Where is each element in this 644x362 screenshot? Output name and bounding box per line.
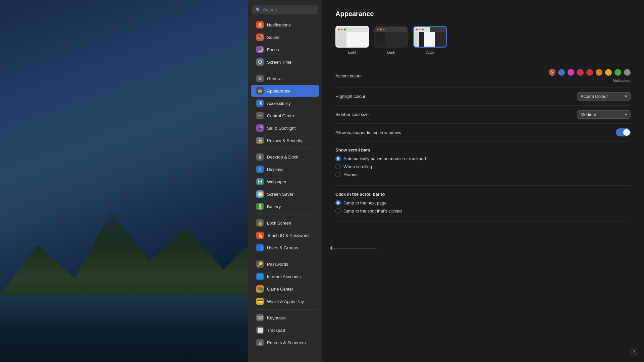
sidebar-item-battery[interactable]: 🔋 Battery	[251, 200, 319, 213]
appearance-preview-light	[335, 26, 369, 48]
toggle-knob	[623, 129, 630, 136]
sidebar-item-label: Internet Accounts	[267, 274, 301, 279]
sidebar-item-printers-scanners[interactable]: 🖨 Printers & Scanners	[251, 337, 319, 349]
sidebar-item-label: Game Center	[267, 287, 293, 292]
accent-blue[interactable]	[558, 69, 565, 76]
search-input[interactable]	[263, 7, 315, 12]
accent-colour-label: Accent colour	[335, 73, 362, 78]
sidebar-item-touch-id[interactable]: 👆 Touch ID & Password	[251, 229, 319, 241]
sidebar-item-screen-saver[interactable]: 🌅 Screen Saver	[251, 188, 319, 200]
sidebar-item-screen-time[interactable]: ⏱ Screen Time	[251, 56, 319, 68]
preview-dot-red	[338, 28, 340, 31]
sidebar-item-internet-accounts[interactable]: 🌐 Internet Accounts	[251, 270, 319, 283]
sidebar-item-displays[interactable]: 🖥 Displays	[251, 163, 319, 175]
sidebar-item-siri-spotlight[interactable]: 🎤 Siri & Spotlight	[251, 122, 319, 134]
sidebar-group-2: ⚙ General ◎ Appearance ♿ Accessibility ☰…	[248, 72, 322, 146]
sidebar-item-privacy-security[interactable]: 🔒 Privacy & Security	[251, 134, 319, 146]
sidebar-item-label: Focus	[267, 47, 279, 52]
sidebar-item-label: Screen Saver	[267, 192, 293, 197]
sidebar-item-label: Privacy & Security	[267, 138, 302, 143]
sidebar-item-wallet-apple-pay[interactable]: 💳 Wallet & Apple Pay	[251, 295, 319, 307]
click-spot-clicked-option[interactable]: Jump to the spot that's clicked	[335, 208, 402, 214]
sidebar-item-users-groups[interactable]: 👥 Users & Groups	[251, 242, 319, 254]
sidebar-item-label: Sound	[267, 35, 280, 40]
scroll-auto-option[interactable]: Automatically based on mouse or trackpad	[335, 156, 426, 161]
scroll-auto-label: Automatically based on mouse or trackpad	[343, 156, 426, 161]
accent-pink[interactable]	[577, 69, 584, 76]
help-icon: ?	[632, 349, 635, 354]
accent-colours-list: ✕	[549, 69, 631, 76]
accent-purple[interactable]	[568, 69, 574, 76]
passwords-icon: 🔑	[256, 260, 264, 268]
accent-orange[interactable]	[596, 69, 602, 76]
click-spot-clicked-radio[interactable]	[335, 208, 341, 214]
accent-yellow[interactable]	[605, 69, 612, 76]
page-title: Appearance	[335, 10, 631, 18]
sidebar-item-general[interactable]: ⚙ General	[251, 72, 319, 84]
sidebar-item-trackpad[interactable]: ⬜ Trackpad	[251, 324, 319, 336]
scroll-always-radio[interactable]	[335, 172, 341, 177]
sidebar-item-sound[interactable]: 🔊 Sound	[251, 31, 319, 43]
appearance-label-auto: Auto	[426, 50, 434, 54]
sidebar-item-passwords[interactable]: 🔑 Passwords	[251, 258, 319, 270]
click-next-page-option[interactable]: Jump to the next page	[335, 200, 402, 205]
sidebar-item-label: Battery	[267, 204, 281, 209]
sidebar-item-focus[interactable]: 🌙 Focus	[251, 44, 319, 56]
printers-icon: 🖨	[256, 339, 264, 346]
sidebar-item-appearance[interactable]: ◎ Appearance	[251, 85, 319, 97]
sidebar-group-1: 🔔 Notifications 🔊 Sound 🌙 Focus ⏱ Screen…	[248, 19, 322, 68]
accent-green[interactable]	[614, 69, 621, 76]
focus-icon: 🌙	[256, 46, 264, 53]
lock-screen-icon: 🔒	[256, 219, 264, 227]
wallpaper-tinting-toggle[interactable]	[616, 128, 631, 136]
wallpaper-tinting-label: Allow wallpaper tinting in windows	[335, 130, 401, 135]
keyboard-icon: ⌨	[256, 314, 264, 321]
sidebar-item-lock-screen[interactable]: 🔒 Lock Screen	[251, 217, 319, 229]
accent-red[interactable]	[586, 69, 593, 76]
sidebar-divider-2	[254, 148, 317, 149]
help-button[interactable]: ?	[630, 348, 637, 355]
highlight-colour-control[interactable]: Accent Colour	[577, 92, 631, 101]
scroll-scrolling-option[interactable]: When scrolling	[335, 164, 426, 169]
sidebar-icon-size-control[interactable]: Medium Small Large	[577, 110, 631, 119]
click-next-page-radio[interactable]	[335, 200, 341, 205]
privacy-icon: 🔒	[256, 137, 264, 144]
wallpaper-tinting-control[interactable]	[616, 128, 631, 136]
desktop-dock-icon: 🖥	[256, 153, 264, 161]
sidebar-icon-size-select[interactable]: Medium Small Large	[577, 110, 631, 119]
sidebar-item-label: Siri & Spotlight	[267, 126, 296, 131]
accent-graphite[interactable]	[624, 69, 631, 76]
sidebar-item-label: Passwords	[267, 262, 288, 267]
show-scroll-bars-label: Show scroll bars	[335, 146, 370, 153]
preview-dot-green	[344, 28, 346, 31]
sidebar-item-accessibility[interactable]: ♿ Accessibility	[251, 97, 319, 109]
search-bar[interactable]: 🔍	[252, 5, 318, 14]
sidebar-item-label: Printers & Scanners	[267, 340, 306, 345]
accent-colour-control: ✕ Multicolour	[549, 69, 631, 82]
appearance-option-auto[interactable]: Auto	[413, 26, 447, 54]
appearance-option-light[interactable]: Light	[335, 26, 369, 54]
sidebar-item-label: Trackpad	[267, 328, 285, 333]
sidebar-item-game-center[interactable]: 🎮 Game Center	[251, 283, 319, 295]
sidebar-item-control-centre[interactable]: ☰ Control Centre	[251, 110, 319, 122]
sidebar-item-label: Desktop & Dock	[267, 155, 298, 160]
sidebar-item-notifications[interactable]: 🔔 Notifications	[251, 19, 319, 31]
preview-dot-yellow	[341, 28, 343, 31]
sidebar-item-desktop-dock[interactable]: 🖥 Desktop & Dock	[251, 151, 319, 163]
sidebar-item-wallpaper[interactable]: 🖼 Wallpaper	[251, 176, 319, 188]
sidebar-group-6: ⌨ Keyboard ⬜ Trackpad 🖨 Printers & Scann…	[248, 312, 322, 349]
highlight-colour-select[interactable]: Accent Colour	[577, 92, 631, 101]
click-next-page-label: Jump to the next page	[343, 200, 387, 205]
scroll-auto-radio[interactable]	[335, 156, 341, 161]
battery-icon: 🔋	[256, 203, 264, 210]
sidebar-divider-3	[254, 215, 317, 215]
sidebar: 🔍 🔔 Notifications 🔊 Sound 🌙 Focus	[248, 0, 322, 362]
scroll-always-option[interactable]: Always	[335, 172, 426, 177]
preview-sidebar-light	[336, 32, 346, 47]
users-groups-icon: 👥	[256, 244, 264, 251]
scroll-scrolling-radio[interactable]	[335, 164, 341, 169]
appearance-option-dark[interactable]: Dark	[374, 26, 408, 54]
accent-multicolour[interactable]: ✕	[549, 69, 555, 76]
sidebar-item-keyboard[interactable]: ⌨ Keyboard	[251, 312, 319, 324]
appearance-label-light: Light	[348, 50, 356, 54]
